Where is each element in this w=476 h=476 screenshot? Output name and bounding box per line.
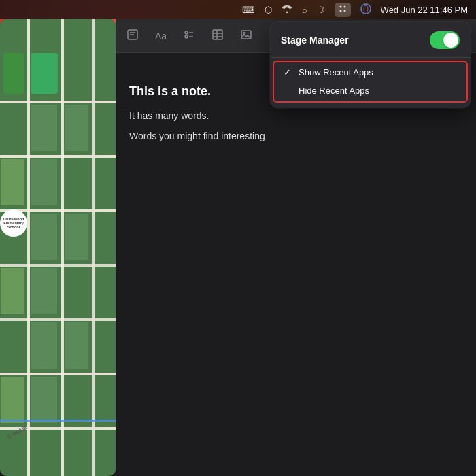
svg-point-2 bbox=[339, 10, 341, 12]
text-format-icon[interactable]: Aa bbox=[155, 31, 167, 41]
map-window: Laurelwood Elementary School E HOME bbox=[0, 19, 116, 476]
spotlight-icon[interactable]: ⌕ bbox=[302, 5, 307, 15]
checkmark-icon: ✓ bbox=[284, 67, 296, 78]
wifi-icon[interactable] bbox=[282, 5, 292, 15]
svg-point-3 bbox=[343, 10, 345, 12]
menu-items-container: ✓ Show Recent Apps ✓ Hide Recent Apps bbox=[270, 61, 471, 103]
hide-recent-apps-item[interactable]: ✓ Hide Recent Apps bbox=[275, 82, 465, 100]
popup-title: Stage Manager bbox=[281, 35, 349, 46]
svg-point-1 bbox=[343, 5, 345, 7]
svg-rect-13 bbox=[213, 30, 222, 39]
svg-point-0 bbox=[339, 5, 341, 7]
map-location-label: Laurelwood Elementary School bbox=[0, 209, 27, 237]
note-line-2: Words you might find interesting bbox=[129, 129, 462, 143]
hide-recent-apps-label: Hide Recent Apps bbox=[299, 86, 369, 96]
show-recent-apps-label: Show Recent Apps bbox=[299, 67, 373, 78]
svg-point-10 bbox=[185, 35, 188, 38]
popup-divider bbox=[270, 57, 471, 58]
bluetooth-icon[interactable]: ⬡ bbox=[265, 5, 272, 15]
menubar-right-icons: ⌨ ⬡ ⌕ ☽ bbox=[242, 3, 468, 17]
popup-header: Stage Manager bbox=[270, 30, 471, 57]
svg-point-5 bbox=[364, 5, 368, 12]
control-center-icon[interactable] bbox=[335, 3, 351, 17]
edit-icon[interactable] bbox=[126, 29, 139, 44]
keyboard-icon[interactable]: ⌨ bbox=[242, 5, 255, 15]
siri-icon[interactable] bbox=[360, 3, 371, 16]
note-body: It has many words. Words you might find … bbox=[129, 108, 462, 144]
media-icon[interactable] bbox=[240, 29, 252, 44]
checklist-icon[interactable] bbox=[183, 29, 195, 44]
menubar: ⌨ ⬡ ⌕ ☽ bbox=[0, 0, 476, 19]
map-background: Laurelwood Elementary School E HOME bbox=[0, 19, 116, 476]
stage-manager-popup: Stage Manager ✓ Show Recent Apps ✓ Hide … bbox=[270, 22, 471, 108]
show-recent-apps-item[interactable]: ✓ Show Recent Apps bbox=[275, 63, 465, 82]
stage-manager-toggle[interactable] bbox=[430, 31, 460, 49]
note-line-1: It has many words. bbox=[129, 108, 462, 123]
menubar-datetime: Wed Jun 22 11:46 PM bbox=[381, 5, 468, 15]
svg-point-9 bbox=[185, 31, 188, 34]
table-icon[interactable] bbox=[211, 29, 224, 44]
toggle-knob bbox=[443, 33, 458, 48]
focus-moon-icon[interactable]: ☽ bbox=[317, 5, 325, 15]
